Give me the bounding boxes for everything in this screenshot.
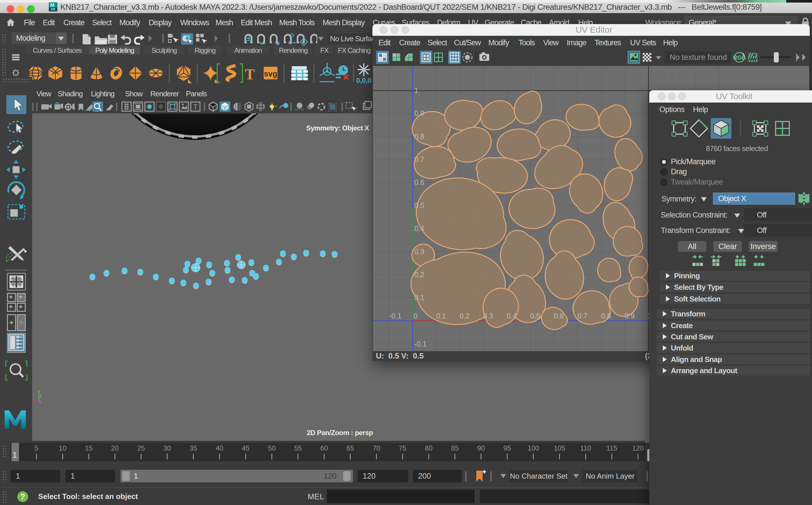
svg-text:20: 20 (111, 444, 119, 452)
svg-text:85: 85 (451, 444, 459, 452)
svg-text:0.3: 0.3 (414, 247, 424, 256)
svg-text:0.1: 0.1 (436, 312, 446, 320)
svg-text:1: 1 (13, 451, 17, 460)
svg-text:50: 50 (268, 444, 276, 452)
svg-text:70: 70 (373, 444, 380, 452)
svg-text:0.4: 0.4 (507, 312, 517, 320)
svg-text:120: 120 (632, 444, 644, 452)
svg-text:5: 5 (34, 444, 38, 452)
svg-text:0.8: 0.8 (414, 132, 424, 140)
svg-text:x: x (32, 399, 34, 405)
svg-text:0,0,0: 0,0,0 (356, 76, 371, 84)
svg-text:35: 35 (190, 444, 198, 452)
svg-text:T: T (193, 103, 198, 111)
svg-text:105: 105 (554, 444, 565, 452)
svg-text:75: 75 (399, 444, 407, 452)
svg-text:0.4: 0.4 (414, 224, 424, 232)
svg-text:0.1: 0.1 (414, 294, 424, 302)
svg-text:0.6: 0.6 (554, 312, 564, 320)
svg-text:No texture found: No texture found (670, 53, 727, 61)
svg-text:15: 15 (85, 444, 93, 452)
svg-text:90: 90 (477, 444, 485, 452)
svg-text:0.2: 0.2 (460, 312, 470, 320)
svg-text:T: T (245, 66, 255, 82)
svg-text:z: z (39, 393, 42, 399)
svg-text:0.8: 0.8 (601, 312, 611, 320)
svg-text:0.9: 0.9 (625, 312, 635, 320)
svg-text:40: 40 (216, 444, 224, 452)
svg-text:80: 80 (425, 444, 433, 452)
svg-text:0: 0 (414, 312, 418, 320)
svg-text:0.7: 0.7 (414, 155, 424, 163)
svg-text:100: 100 (528, 444, 539, 452)
svg-text:0.9: 0.9 (414, 109, 424, 117)
svg-text:55: 55 (294, 444, 302, 452)
svg-text:60: 60 (320, 444, 328, 452)
svg-text:0.7: 0.7 (578, 312, 588, 320)
svg-text:45: 45 (242, 444, 250, 452)
svg-text:-0.1: -0.1 (389, 312, 401, 320)
svg-text:0.5: 0.5 (414, 201, 424, 209)
svg-text:25: 25 (137, 444, 145, 452)
svg-text:svg: svg (264, 70, 277, 78)
svg-text:0.5: 0.5 (530, 312, 540, 320)
svg-text:10: 10 (59, 444, 67, 452)
svg-text:115: 115 (606, 444, 617, 452)
svg-text:30: 30 (163, 444, 171, 452)
svg-text:95: 95 (503, 444, 511, 452)
svg-text:-0.1: -0.1 (414, 340, 427, 348)
svg-text:0.6: 0.6 (414, 178, 424, 186)
svg-text:110: 110 (580, 444, 591, 452)
svg-text:65: 65 (346, 444, 354, 452)
svg-text:0.3: 0.3 (483, 312, 493, 320)
svg-text:0.2: 0.2 (414, 271, 424, 279)
svg-text:1: 1 (414, 86, 418, 94)
